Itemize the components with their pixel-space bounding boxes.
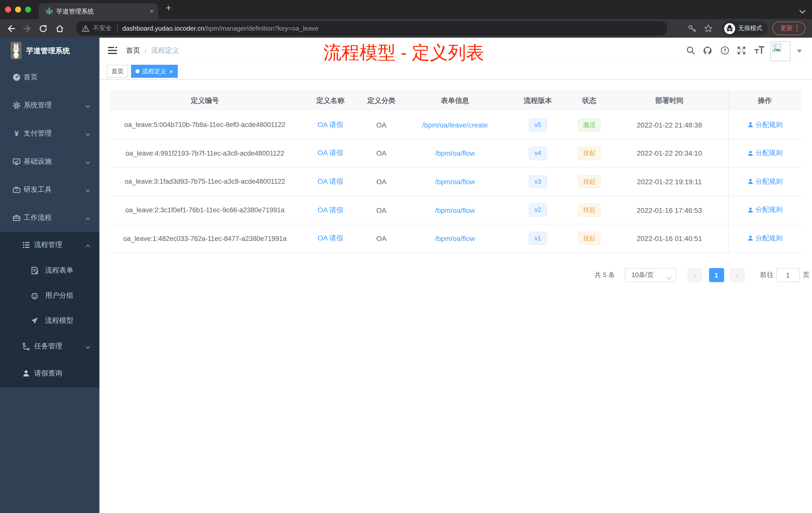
definition-name-link[interactable]: OA 请假	[318, 149, 344, 157]
app-title: 芋道管理系统	[26, 46, 70, 56]
home-icon[interactable]	[55, 24, 64, 35]
definition-name-link[interactable]: OA 请假	[318, 234, 344, 242]
sidebar-item-system[interactable]: 系统管理	[0, 91, 99, 119]
tab-close-icon[interactable]: ×	[150, 6, 154, 16]
sidebar-fold-icon[interactable]	[108, 47, 117, 56]
deploy-time: 2022-01-22 19:19:11	[611, 178, 728, 186]
address-bar[interactable]: 不安全 dashboard.yudao.iocoder.cn/bpm/manag…	[76, 21, 667, 36]
form-link[interactable]: /bpm/oa/flow	[435, 149, 475, 157]
current-page-button[interactable]: 1	[709, 268, 724, 282]
definition-id: oa_leave:5:004b710b-7b8a-11ec-8ef0-acde4…	[110, 121, 300, 129]
browser-update-button[interactable]: 更新	[772, 22, 806, 35]
window-zoom-button[interactable]	[25, 6, 31, 12]
sidebar-item-infra[interactable]: 基础设施	[0, 148, 99, 176]
font-size-icon[interactable]	[754, 46, 765, 57]
definition-name-link[interactable]: OA 请假	[318, 120, 344, 128]
assign-rule-button[interactable]: 分配规则	[747, 149, 783, 158]
list-icon	[22, 241, 30, 249]
breadcrumb-home[interactable]: 首页	[126, 46, 140, 55]
gear-icon	[12, 101, 21, 110]
version-badge: v4	[529, 147, 547, 160]
status-badge: 挂起	[578, 147, 601, 160]
version-badge: v1	[529, 232, 547, 245]
help-icon[interactable]: ?	[721, 46, 729, 57]
browser-tab[interactable]: 芋道管理系统 ×	[39, 3, 158, 19]
next-page-button[interactable]: ›	[729, 268, 745, 282]
not-secure-warning-icon[interactable]	[82, 25, 89, 32]
tab-title: 芋道管理系统	[56, 7, 94, 16]
version-badge: v5	[529, 118, 547, 131]
chevron-up-icon	[85, 241, 90, 249]
favicon-sprout-icon	[45, 7, 53, 17]
annotation-text: 流程模型 - 定义列表	[323, 41, 484, 65]
robot-group-icon	[31, 292, 39, 300]
col-header-category: 定义分类	[360, 96, 402, 105]
sidebar-item-leave-query[interactable]: 请假查询	[0, 359, 99, 388]
version-badge: v2	[529, 204, 547, 217]
prev-page-button[interactable]: ‹	[687, 268, 702, 282]
sidebar-item-payment[interactable]: ¥ 支付管理	[0, 119, 99, 148]
sidebar-item-process-model[interactable]: 流程模型	[0, 308, 99, 333]
tab-search-chevron-icon[interactable]	[800, 7, 806, 16]
window-close-button[interactable]	[5, 6, 11, 12]
user-icon	[747, 178, 754, 185]
sidebar-item-process-form[interactable]: 流程表单	[0, 258, 99, 283]
sidebar-item-home[interactable]: 首页	[0, 63, 99, 91]
assign-rule-button[interactable]: 分配规则	[747, 206, 783, 215]
forward-icon[interactable]	[23, 24, 32, 35]
table-row: oa_leave:4:991f2193-7b7f-11ec-a3c8-acde4…	[110, 139, 802, 168]
definition-table: 定义编号 定义名称 定义分类 表单信息 流程版本 状态 部署时间 操作 oa_l…	[110, 90, 802, 253]
tag-process-definition[interactable]: 流程定义 ×	[131, 65, 177, 78]
chevron-down-icon	[85, 129, 90, 138]
avatar-caret-down-icon[interactable]	[797, 50, 802, 53]
user-icon	[747, 150, 754, 156]
avatar[interactable]	[770, 41, 790, 61]
chevron-down-icon	[85, 342, 90, 350]
assign-rule-button[interactable]: 分配规则	[747, 120, 783, 129]
form-link[interactable]: /bpm/oa/flow	[435, 206, 475, 214]
definition-id: oa_leave:2:3c1f0ef1-76b1-11ec-9c66-a2380…	[110, 206, 300, 214]
svg-text:?: ?	[723, 48, 726, 53]
goto-page-input[interactable]	[776, 268, 800, 282]
new-tab-button[interactable]: +	[166, 2, 171, 13]
search-icon[interactable]	[687, 46, 695, 57]
page-size-select[interactable]: 10条/页	[625, 268, 676, 282]
assign-rule-button[interactable]: 分配规则	[747, 234, 783, 243]
col-header-id: 定义编号	[110, 96, 300, 105]
breadcrumb-current: 流程定义	[151, 46, 179, 55]
definition-name-link[interactable]: OA 请假	[318, 177, 344, 185]
active-dot-icon	[136, 69, 140, 73]
assign-rule-button[interactable]: 分配规则	[747, 177, 783, 186]
reload-icon[interactable]	[39, 24, 48, 35]
form-link[interactable]: /bpm/oa/leave/create	[422, 121, 488, 129]
dashboard-icon	[12, 73, 21, 81]
back-icon[interactable]	[6, 24, 16, 35]
window-minimize-button[interactable]	[15, 6, 21, 12]
sidebar-item-task-mgmt[interactable]: 任务管理	[0, 333, 99, 359]
select-chevron-icon	[666, 274, 672, 281]
breadcrumb: 首页 / 流程定义	[126, 38, 179, 63]
form-link[interactable]: /bpm/oa/flow	[435, 178, 475, 186]
form-link[interactable]: /bpm/oa/flow	[435, 234, 475, 242]
sidebar-item-process-mgmt[interactable]: 流程管理	[0, 232, 99, 258]
github-icon[interactable]	[703, 46, 712, 57]
tag-close-icon[interactable]: ×	[169, 68, 173, 74]
incognito-badge: 无痕模式	[722, 21, 768, 36]
bookmark-star-icon[interactable]	[704, 24, 713, 35]
table-row: oa_leave:2:3c1f0ef1-76b1-11ec-9c66-a2380…	[110, 196, 802, 224]
toolbox-icon	[12, 186, 21, 194]
sidebar-item-workflow[interactable]: 工作流程	[0, 204, 99, 232]
sidebar-logo-row[interactable]: 芋道管理系统	[0, 38, 99, 63]
browser-toolbar: 不安全 dashboard.yudao.iocoder.cn/bpm/manag…	[0, 19, 812, 38]
sidebar-item-user-group[interactable]: 用户分组	[0, 283, 99, 308]
sidebar-item-devtools[interactable]: 研发工具	[0, 176, 99, 204]
tag-home[interactable]: 首页	[107, 65, 128, 78]
fullscreen-icon[interactable]	[737, 46, 746, 57]
browser-menu-dots-icon[interactable]	[796, 25, 798, 32]
definition-name-link[interactable]: OA 请假	[318, 206, 344, 214]
deploy-time: 2022-01-22 20:34:10	[611, 149, 728, 157]
table-row: oa_leave:3:1fad3d93-7b75-11ec-a3c8-acde4…	[110, 168, 802, 196]
password-key-icon[interactable]	[688, 25, 696, 35]
briefcase-icon	[12, 214, 21, 222]
definition-id: oa_leave:3:1fad3d93-7b75-11ec-a3c8-acde4…	[110, 178, 300, 185]
